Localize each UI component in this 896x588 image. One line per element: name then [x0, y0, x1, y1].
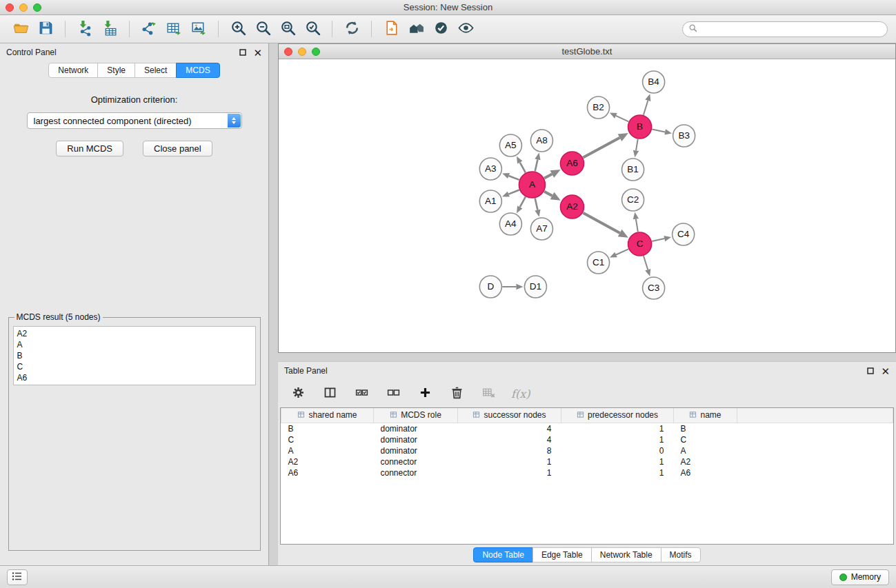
node-D[interactable]: D: [479, 276, 501, 298]
table-cell[interactable]: 1: [561, 434, 674, 445]
float-table-panel-icon[interactable]: [867, 367, 874, 374]
table-cell[interactable]: 1: [561, 423, 674, 434]
edge-A-A3[interactable]: [502, 173, 519, 180]
tab-mcds[interactable]: MCDS: [176, 63, 219, 78]
delete-table-button[interactable]: [479, 385, 497, 403]
apply-style-button[interactable]: [428, 19, 453, 39]
add-row-button[interactable]: [416, 385, 434, 403]
close-network-window-button[interactable]: [284, 48, 292, 56]
edge-C-C3[interactable]: [644, 256, 650, 276]
new-table-button[interactable]: [161, 19, 186, 39]
edge-B-B2[interactable]: [610, 113, 628, 122]
home-layout-button[interactable]: [404, 19, 428, 39]
table-cell[interactable]: 8: [458, 445, 561, 456]
table-cell[interactable]: 1: [458, 467, 561, 478]
table-row[interactable]: Cdominator41C: [281, 434, 893, 445]
tab-motifs[interactable]: Motifs: [661, 547, 701, 562]
column-header-successor-nodes[interactable]: successor nodes: [458, 408, 561, 423]
node-D1[interactable]: D1: [524, 276, 546, 298]
edge-A2-C[interactable]: [583, 213, 628, 238]
column-header-mcds-role[interactable]: MCDS role: [374, 408, 458, 423]
table-cell[interactable]: 4: [458, 423, 561, 434]
zoom-fit-button[interactable]: [275, 19, 300, 39]
result-item[interactable]: C: [17, 361, 252, 372]
zoom-selected-button[interactable]: [300, 19, 325, 39]
table-row[interactable]: Bdominator41B: [281, 423, 893, 434]
first-neighbors-button[interactable]: [379, 19, 404, 39]
network-canvas[interactable]: AA6A2BCA5A8A3A1A4A7B2B4B3B1C2C4C1C3DD1: [279, 59, 895, 352]
node-B1[interactable]: B1: [622, 159, 644, 181]
edge-A-A2[interactable]: [544, 192, 561, 201]
result-item[interactable]: A6: [17, 372, 252, 383]
table-cell[interactable]: A: [674, 445, 737, 456]
tab-select[interactable]: Select: [135, 63, 177, 78]
zoom-window-button[interactable]: [33, 3, 41, 12]
node-A2[interactable]: A2: [560, 195, 584, 219]
node-C1[interactable]: C1: [588, 252, 610, 274]
export-image-button[interactable]: [186, 19, 211, 39]
node-C4[interactable]: C4: [673, 223, 695, 245]
show-hide-button[interactable]: [453, 19, 478, 39]
edge-A-A8[interactable]: [535, 153, 540, 172]
column-selector-button[interactable]: [321, 385, 339, 403]
edge-B-B4[interactable]: [644, 94, 650, 115]
table-cell[interactable]: A6: [281, 467, 374, 478]
node-C[interactable]: C: [628, 232, 652, 256]
zoom-in-button[interactable]: [226, 19, 250, 39]
close-panel-button[interactable]: Close panel: [143, 141, 212, 156]
edge-A-A7[interactable]: [535, 199, 540, 217]
tab-network-table[interactable]: Network Table: [591, 547, 661, 562]
minimize-window-button[interactable]: [19, 3, 28, 12]
table-cell[interactable]: 0: [561, 445, 674, 456]
edge-C-C1[interactable]: [610, 249, 628, 257]
save-session-button[interactable]: [33, 19, 58, 39]
node-A7[interactable]: A7: [530, 218, 552, 240]
table-row[interactable]: Adominator80A: [281, 445, 893, 456]
table-cell[interactable]: 1: [458, 456, 561, 467]
mcds-result-list[interactable]: A2ABCA6: [13, 326, 256, 385]
zoom-network-window-button[interactable]: [312, 48, 320, 56]
edge-D-D1[interactable]: [502, 284, 523, 290]
table-cell[interactable]: 1: [561, 467, 674, 478]
node-A1[interactable]: A1: [479, 190, 501, 212]
apply-layout-button[interactable]: [339, 19, 364, 39]
node-B3[interactable]: B3: [673, 125, 695, 147]
column-header-name[interactable]: name: [674, 408, 737, 423]
node-B2[interactable]: B2: [588, 97, 610, 119]
table-settings-button[interactable]: [289, 385, 307, 403]
search-field[interactable]: [682, 21, 888, 37]
node-C2[interactable]: C2: [622, 189, 644, 211]
table-cell[interactable]: A2: [674, 456, 737, 467]
task-history-button[interactable]: [7, 569, 28, 585]
node-A3[interactable]: A3: [479, 158, 501, 180]
edge-A6-B[interactable]: [583, 133, 628, 157]
edge-A-A4[interactable]: [517, 197, 526, 214]
float-panel-icon[interactable]: [239, 49, 246, 56]
function-builder-button[interactable]: f(x): [511, 387, 530, 401]
node-C3[interactable]: C3: [643, 277, 665, 299]
node-A4[interactable]: A4: [499, 213, 521, 235]
open-session-button[interactable]: [8, 19, 33, 39]
edge-B-B3[interactable]: [652, 129, 672, 134]
deselect-all-button[interactable]: [384, 385, 402, 403]
import-network-button[interactable]: [72, 19, 97, 39]
table-cell[interactable]: dominator: [374, 423, 458, 434]
table-cell[interactable]: dominator: [374, 434, 458, 445]
node-A5[interactable]: A5: [499, 134, 521, 156]
table-cell[interactable]: connector: [374, 456, 458, 467]
import-table-button[interactable]: [97, 19, 122, 39]
zoom-out-button[interactable]: [250, 19, 275, 39]
criterion-dropdown[interactable]: largest connected component (directed): [27, 112, 242, 129]
table-row[interactable]: A2connector11A2: [281, 456, 893, 467]
node-A6[interactable]: A6: [560, 152, 584, 175]
select-all-button[interactable]: [352, 385, 370, 403]
tab-network[interactable]: Network: [48, 63, 98, 78]
close-table-panel-icon[interactable]: ✕: [881, 366, 890, 376]
minimize-network-window-button[interactable]: [298, 48, 306, 56]
edge-C-C2[interactable]: [633, 212, 639, 232]
new-network-button[interactable]: [137, 19, 161, 39]
close-panel-icon[interactable]: ✕: [253, 48, 262, 58]
node-B4[interactable]: B4: [643, 71, 665, 93]
table-row[interactable]: A6connector11A6: [281, 467, 893, 478]
edge-C-C4[interactable]: [652, 236, 671, 241]
